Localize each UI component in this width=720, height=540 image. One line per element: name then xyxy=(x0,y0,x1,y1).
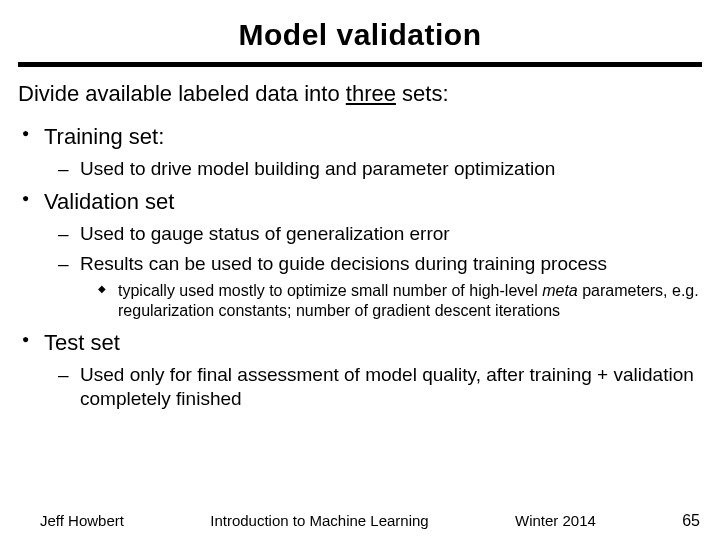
footer-page: 65 xyxy=(682,512,700,530)
bullet-test: Test set xyxy=(18,329,702,357)
training-sub-1: Used to drive model building and paramet… xyxy=(18,157,702,181)
training-heading: Training set: xyxy=(44,124,164,149)
validation-sub-2: Results can be used to guide decisions d… xyxy=(18,252,702,276)
validation-subsub: typically used mostly to optimize small … xyxy=(18,281,702,321)
validation-sub-1: Used to gauge status of generalization e… xyxy=(18,222,702,246)
footer-author: Jeff Howbert xyxy=(40,512,124,529)
slide-title: Model validation xyxy=(18,18,702,52)
bullet-validation: Validation set xyxy=(18,188,702,216)
intro-line: Divide available labeled data into three… xyxy=(18,81,702,107)
footer: Jeff Howbert Introduction to Machine Lea… xyxy=(0,512,720,530)
validation-subsub-pre: typically used mostly to optimize small … xyxy=(118,282,542,299)
validation-subsub-ital: meta xyxy=(542,282,578,299)
intro-post: sets: xyxy=(396,81,449,106)
content-body: Training set: Used to drive model buildi… xyxy=(18,123,702,410)
footer-term: Winter 2014 xyxy=(515,512,596,529)
bullet-training: Training set: xyxy=(18,123,702,151)
test-sub-1: Used only for final assessment of model … xyxy=(18,363,702,411)
slide: Model validation Divide available labele… xyxy=(0,0,720,540)
intro-pre: Divide available labeled data into xyxy=(18,81,346,106)
validation-heading: Validation set xyxy=(44,189,174,214)
test-heading: Test set xyxy=(44,330,120,355)
footer-course: Introduction to Machine Learning xyxy=(210,512,428,529)
title-rule xyxy=(18,62,702,67)
intro-underlined: three xyxy=(346,81,396,106)
